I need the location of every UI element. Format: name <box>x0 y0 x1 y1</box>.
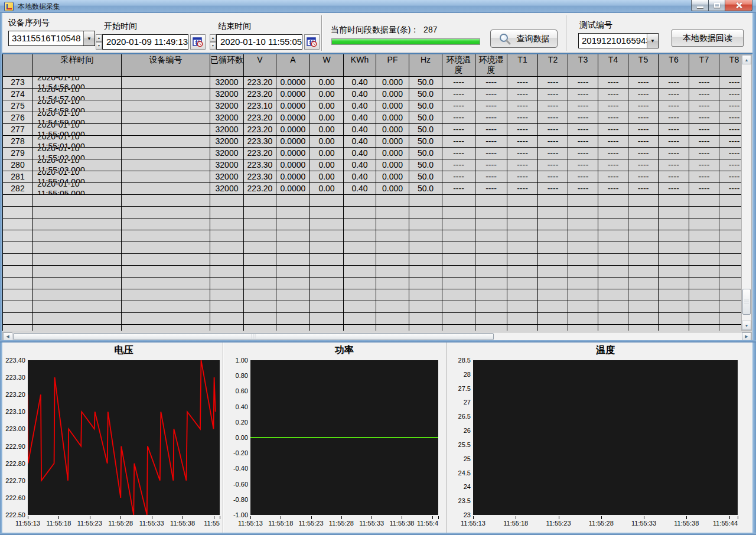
table-cell[interactable]: 50.0 <box>409 159 442 171</box>
table-cell[interactable] <box>276 301 310 313</box>
table-cell[interactable] <box>507 278 538 289</box>
table-cell[interactable] <box>628 195 659 207</box>
table-cell[interactable] <box>719 278 741 289</box>
table-cell[interactable]: 0.0000 <box>276 171 310 183</box>
table-cell[interactable]: ---- <box>598 148 628 159</box>
maximize-button[interactable] <box>709 0 725 11</box>
chevron-down-icon[interactable]: ▼ <box>83 31 94 45</box>
table-cell[interactable]: ---- <box>568 112 598 124</box>
table-cell[interactable]: ---- <box>507 77 538 89</box>
table-cell[interactable] <box>475 301 507 313</box>
table-cell[interactable] <box>568 242 598 254</box>
table-cell[interactable]: ---- <box>598 89 628 100</box>
table-cell[interactable]: 278 <box>3 136 33 148</box>
table-cell[interactable] <box>598 289 628 301</box>
table-cell[interactable]: ---- <box>659 171 689 183</box>
table-cell[interactable] <box>409 289 442 301</box>
table-cell[interactable]: 280 <box>3 159 33 171</box>
table-cell[interactable]: ---- <box>442 112 475 124</box>
table-cell[interactable]: 50.0 <box>409 183 442 195</box>
table-cell[interactable]: 32000 <box>210 136 244 148</box>
table-cell[interactable] <box>442 278 475 289</box>
table-cell[interactable] <box>568 218 598 230</box>
table-cell[interactable]: ---- <box>719 136 741 148</box>
table-cell[interactable] <box>3 325 33 331</box>
table-cell[interactable] <box>33 242 122 254</box>
table-cell[interactable]: 0.40 <box>344 112 376 124</box>
table-cell[interactable] <box>442 266 475 278</box>
table-cell[interactable] <box>33 218 122 230</box>
table-cell[interactable]: 0.00 <box>310 100 344 112</box>
table-cell[interactable] <box>689 242 719 254</box>
table-cell[interactable]: ---- <box>689 159 719 171</box>
table-cell[interactable]: 50.0 <box>409 100 442 112</box>
table-cell[interactable]: 0.00 <box>310 77 344 89</box>
table-cell[interactable] <box>719 289 741 301</box>
table-cell[interactable] <box>376 230 409 242</box>
table-cell[interactable] <box>507 254 538 266</box>
table-cell[interactable]: 2020-01-10 11:55:00.000 <box>33 124 122 136</box>
table-cell[interactable] <box>244 230 276 242</box>
table-cell[interactable] <box>122 100 210 112</box>
table-cell[interactable]: ---- <box>475 124 507 136</box>
table-cell[interactable]: ---- <box>598 77 628 89</box>
table-cell[interactable] <box>3 218 33 230</box>
table-cell[interactable] <box>659 313 689 325</box>
table-cell[interactable] <box>628 289 659 301</box>
table-cell[interactable] <box>376 242 409 254</box>
table-cell[interactable] <box>376 254 409 266</box>
table-cell[interactable] <box>568 207 598 218</box>
table-cell[interactable] <box>719 266 741 278</box>
table-cell[interactable]: ---- <box>719 124 741 136</box>
table-cell[interactable] <box>210 325 244 331</box>
table-cell[interactable]: ---- <box>689 136 719 148</box>
table-cell[interactable]: 0.00 <box>310 183 344 195</box>
table-cell[interactable]: ---- <box>598 112 628 124</box>
local-data-readback-button[interactable]: 本地数据回读 <box>672 30 744 47</box>
table-cell[interactable]: 50.0 <box>409 77 442 89</box>
table-cell[interactable] <box>122 171 210 183</box>
table-cell[interactable] <box>276 242 310 254</box>
table-cell[interactable] <box>538 195 568 207</box>
table-cell[interactable] <box>276 325 310 331</box>
table-cell[interactable]: ---- <box>442 148 475 159</box>
table-cell[interactable]: 223.20 <box>244 124 276 136</box>
table-cell[interactable] <box>33 207 122 218</box>
table-cell[interactable] <box>344 195 376 207</box>
table-cell[interactable]: ---- <box>568 77 598 89</box>
table-cell[interactable] <box>659 195 689 207</box>
table-cell[interactable]: ---- <box>538 100 568 112</box>
table-cell[interactable] <box>442 325 475 331</box>
table-cell[interactable]: ---- <box>689 100 719 112</box>
scroll-left-icon[interactable]: ◀ <box>3 332 12 341</box>
table-cell[interactable]: 2020-01-10 11:54:57.000 <box>33 89 122 100</box>
table-cell[interactable] <box>3 242 33 254</box>
table-cell[interactable]: ---- <box>719 77 741 89</box>
table-cell[interactable]: ---- <box>628 183 659 195</box>
table-cell[interactable] <box>210 207 244 218</box>
table-cell[interactable]: ---- <box>442 124 475 136</box>
table-cell[interactable]: ---- <box>442 100 475 112</box>
horizontal-scrollbar-thumb[interactable] <box>13 333 494 340</box>
table-cell[interactable] <box>568 230 598 242</box>
table-cell[interactable] <box>628 254 659 266</box>
table-cell[interactable]: 274 <box>3 89 33 100</box>
table-cell[interactable] <box>122 254 210 266</box>
table-cell[interactable] <box>409 313 442 325</box>
table-cell[interactable] <box>244 218 276 230</box>
table-cell[interactable] <box>3 266 33 278</box>
table-cell[interactable] <box>719 195 741 207</box>
table-cell[interactable] <box>409 230 442 242</box>
table-cell[interactable] <box>598 313 628 325</box>
table-cell[interactable]: 0.000 <box>376 112 409 124</box>
table-cell[interactable]: 0.000 <box>376 159 409 171</box>
table-cell[interactable] <box>507 195 538 207</box>
table-cell[interactable] <box>475 207 507 218</box>
table-cell[interactable] <box>507 301 538 313</box>
table-cell[interactable]: ---- <box>442 159 475 171</box>
table-cell[interactable]: ---- <box>475 148 507 159</box>
table-cell[interactable] <box>659 254 689 266</box>
table-cell[interactable]: ---- <box>568 100 598 112</box>
table-cell[interactable] <box>442 207 475 218</box>
table-cell[interactable] <box>344 325 376 331</box>
